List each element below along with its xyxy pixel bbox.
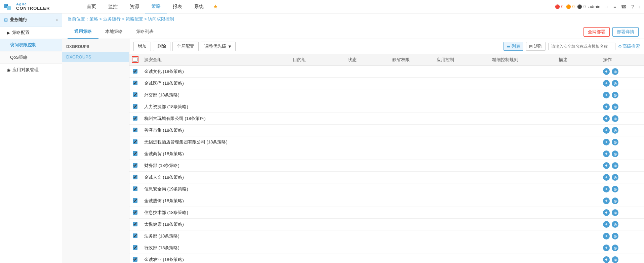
- nav-monitor[interactable]: 监控: [102, 0, 124, 13]
- priority-button[interactable]: 调整优先级 ▼: [201, 42, 236, 51]
- row-app-12: [433, 207, 489, 219]
- row-checkbox-16[interactable]: [133, 257, 137, 262]
- row-checkbox-0[interactable]: [133, 69, 137, 74]
- allnet-deploy-button[interactable]: 全网部署: [583, 27, 610, 37]
- row-checkbox-7[interactable]: [133, 151, 137, 156]
- row-checkbox-8[interactable]: [133, 163, 137, 168]
- copy-rule-button-7[interactable]: ◎: [612, 150, 618, 157]
- info-icon[interactable]: i: [638, 4, 641, 9]
- phone-icon[interactable]: ☎: [620, 4, 628, 9]
- sidebar-collapse-button[interactable]: «: [55, 17, 58, 22]
- add-rule-button-16[interactable]: +: [603, 256, 610, 263]
- advanced-search-button[interactable]: ⊙ 高级搜索: [618, 43, 640, 49]
- add-rule-button-11[interactable]: +: [603, 198, 610, 204]
- nav-home[interactable]: 首页: [81, 0, 102, 13]
- copy-rule-button-3[interactable]: ◎: [612, 103, 618, 110]
- tab-local-policy[interactable]: 本地策略: [98, 25, 129, 39]
- row-checkbox-5[interactable]: [133, 128, 137, 132]
- copy-rule-button-13[interactable]: ◎: [612, 221, 618, 228]
- nav-policy[interactable]: 策略: [145, 0, 167, 13]
- tab-common-policy[interactable]: 通用策略: [68, 25, 98, 39]
- col-desc-header: 描述: [555, 54, 600, 66]
- row-checkbox-4[interactable]: [133, 116, 137, 121]
- badge-alert-orange: 🟠 0: [566, 4, 574, 9]
- delete-button[interactable]: 删除: [153, 42, 170, 51]
- copy-rule-button-4[interactable]: ◎: [612, 115, 618, 122]
- view-grid-button[interactable]: ⊞ 矩阵: [526, 42, 546, 51]
- copy-rule-button-15[interactable]: ◎: [612, 245, 618, 251]
- search-input[interactable]: [548, 43, 615, 50]
- filter-icon[interactable]: ≡: [612, 4, 617, 9]
- row-checkbox-13[interactable]: [133, 222, 137, 226]
- grid-icon: ⊞: [529, 44, 533, 49]
- row-dest-1: [289, 78, 345, 89]
- row-perm-0: [389, 66, 433, 78]
- copy-rule-button-16[interactable]: ◎: [612, 256, 618, 263]
- row-checkbox-10[interactable]: [133, 186, 137, 191]
- sidebar-item-qos[interactable]: QoS策略: [0, 51, 62, 64]
- copy-rule-button-0[interactable]: ◎: [612, 68, 618, 75]
- row-checkbox-3[interactable]: [133, 104, 137, 109]
- nav-resource[interactable]: 资源: [124, 0, 145, 13]
- add-rule-button-12[interactable]: +: [603, 209, 610, 216]
- add-rule-button-3[interactable]: +: [603, 103, 610, 110]
- logo-controller-text: CONTROLLER: [16, 6, 50, 11]
- select-all-checkbox[interactable]: [133, 57, 137, 62]
- tab-policy-list[interactable]: 策略列表: [129, 25, 160, 39]
- row-source-10: 信息安全局 (19条策略): [141, 183, 289, 195]
- table-row: 金诚农业 (18条策略) + ◎: [129, 254, 644, 263]
- add-rule-button-6[interactable]: +: [603, 139, 610, 145]
- help-icon[interactable]: ?: [630, 4, 635, 9]
- copy-rule-button-1[interactable]: ◎: [612, 80, 618, 87]
- copy-rule-button-11[interactable]: ◎: [612, 198, 618, 204]
- row-app-7: [433, 148, 489, 160]
- add-rule-button-13[interactable]: +: [603, 221, 610, 228]
- view-list-button[interactable]: ☰ 列表: [504, 42, 523, 51]
- favorite-star-icon[interactable]: ★: [210, 3, 221, 10]
- add-rule-button-1[interactable]: +: [603, 80, 610, 87]
- sidebar-item-app-mgmt[interactable]: ◉ 应用对象管理: [0, 64, 62, 76]
- row-checkbox-15[interactable]: [133, 245, 137, 250]
- sidebar-menu: ▶ 策略配置 访问权限控制 QoS策略 ◉ 应用对象管理: [0, 27, 62, 76]
- copy-rule-button-14[interactable]: ◎: [612, 233, 618, 239]
- copy-rule-button-8[interactable]: ◎: [612, 162, 618, 169]
- add-rule-button-8[interactable]: +: [603, 162, 610, 169]
- left-panel-item-dxgroups[interactable]: DXGROUPS: [62, 52, 129, 62]
- add-rule-button-7[interactable]: +: [603, 150, 610, 157]
- row-source-1: 金诚医疗 (18条策略): [141, 78, 289, 89]
- row-checkbox-12[interactable]: [133, 210, 137, 215]
- copy-rule-button-6[interactable]: ◎: [612, 139, 618, 145]
- copy-rule-button-12[interactable]: ◎: [612, 209, 618, 216]
- add-rule-button-0[interactable]: +: [603, 68, 610, 75]
- nav-system[interactable]: 系统: [188, 0, 210, 13]
- add-rule-button-9[interactable]: +: [603, 174, 610, 181]
- main-content: 当前位置：策略 > 业务随行 > 策略配置 > 访问权限控制 通用策略 本地策略…: [62, 13, 644, 263]
- full-config-button[interactable]: 全局配置: [172, 42, 199, 51]
- sidebar-item-policy-config[interactable]: ▶ 策略配置: [0, 27, 62, 39]
- add-rule-button-4[interactable]: +: [603, 115, 610, 122]
- row-checkbox-14[interactable]: [133, 233, 137, 238]
- deploy-detail-button[interactable]: 部署详情: [612, 27, 639, 37]
- copy-rule-button-9[interactable]: ◎: [612, 174, 618, 181]
- sidebar-item-access-control[interactable]: 访问权限控制: [0, 39, 62, 51]
- add-rule-button-2[interactable]: +: [603, 92, 610, 98]
- row-checkbox-9[interactable]: [133, 175, 137, 179]
- row-checkbox-2[interactable]: [133, 92, 137, 97]
- row-checkbox-6[interactable]: [133, 139, 137, 144]
- add-rule-button-5[interactable]: +: [603, 127, 610, 134]
- row-checkbox-11[interactable]: [133, 198, 137, 203]
- row-checkbox-1[interactable]: [133, 81, 137, 85]
- copy-rule-button-10[interactable]: ◎: [612, 186, 618, 192]
- copy-rule-button-5[interactable]: ◎: [612, 127, 618, 134]
- row-desc-15: [555, 242, 600, 254]
- copy-rule-button-2[interactable]: ◎: [612, 92, 618, 98]
- nav-report[interactable]: 报表: [167, 0, 188, 13]
- add-rule-button-15[interactable]: +: [603, 245, 610, 251]
- row-perm-16: [389, 254, 433, 263]
- logout-icon[interactable]: →: [603, 4, 610, 9]
- row-status-8: [345, 160, 389, 172]
- add-rule-button-14[interactable]: +: [603, 233, 610, 239]
- add-button[interactable]: 增加: [133, 42, 151, 51]
- row-app-4: [433, 113, 489, 125]
- add-rule-button-10[interactable]: +: [603, 186, 610, 192]
